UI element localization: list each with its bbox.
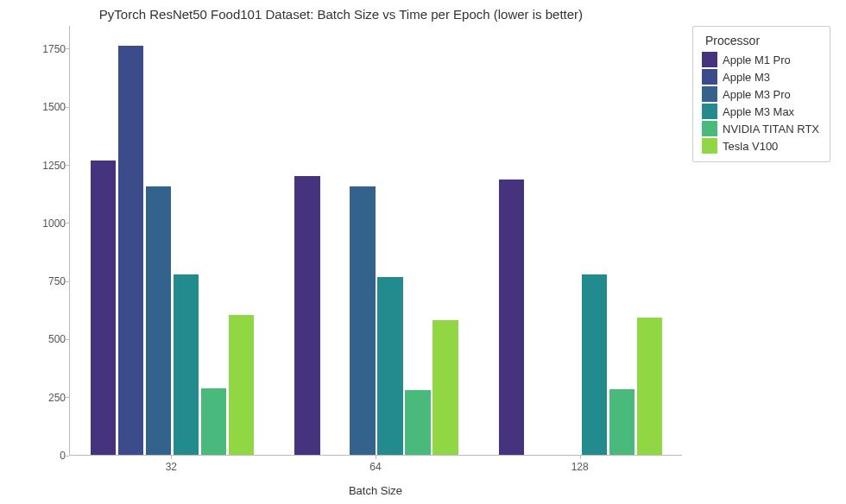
y-tick-label: 250 (35, 392, 66, 404)
x-tick-mark (376, 456, 376, 459)
legend-label: Apple M3 Pro (723, 88, 791, 101)
legend-swatch (702, 52, 717, 67)
y-tick-mark (66, 165, 69, 166)
bar (432, 320, 458, 455)
plot-area (69, 26, 682, 456)
legend-item: NVIDIA TITAN RTX (702, 120, 819, 137)
y-tick-mark (66, 281, 69, 282)
legend-item: Tesla V100 (702, 137, 819, 154)
bar (350, 186, 375, 455)
y-tick-label: 1750 (35, 43, 66, 55)
legend-title: Processor (702, 34, 819, 47)
bar (118, 46, 143, 455)
legend-label: Apple M3 Max (723, 105, 794, 118)
bar (499, 180, 524, 455)
bar (377, 277, 402, 455)
y-tick-label: 1000 (35, 217, 66, 230)
bar (637, 318, 662, 455)
legend-label: Apple M1 Pro (723, 54, 791, 66)
x-tick-mark (171, 456, 172, 459)
x-tick-mark (580, 456, 581, 459)
y-tick-label: 0 (35, 450, 66, 462)
legend-swatch (702, 138, 717, 154)
y-tick-mark (66, 223, 69, 224)
legend-swatch (702, 86, 717, 102)
bar (582, 274, 607, 455)
chart-title: PyTorch ResNet50 Food101 Dataset: Batch … (0, 7, 682, 22)
bar (91, 161, 116, 455)
y-tick-mark (66, 107, 69, 108)
legend: Processor Apple M1 ProApple M3Apple M3 P… (692, 26, 830, 162)
y-tick-mark (66, 339, 69, 340)
y-tick-mark (66, 397, 69, 398)
y-tick-label: 1250 (35, 160, 66, 172)
bar (294, 176, 319, 455)
legend-item: Apple M3 Pro (702, 85, 819, 103)
x-tick-label: 64 (369, 461, 381, 473)
chart-container: PyTorch ResNet50 Food101 Dataset: Batch … (0, 0, 846, 504)
bar (174, 274, 199, 455)
y-tick-mark (66, 456, 69, 457)
legend-item: Apple M1 Pro (702, 51, 819, 68)
y-tick-label: 500 (35, 333, 66, 345)
x-axis-label: Batch Size (69, 484, 682, 497)
bar (201, 388, 226, 455)
legend-swatch (702, 69, 717, 85)
y-tick-label: 750 (35, 275, 66, 287)
legend-label: NVIDIA TITAN RTX (723, 123, 819, 135)
x-tick-label: 128 (571, 461, 589, 473)
bar (146, 186, 171, 455)
legend-items: Apple M1 ProApple M3Apple M3 ProApple M3… (702, 51, 819, 154)
legend-label: Apple M3 (723, 71, 770, 84)
bar (609, 389, 634, 455)
bar (405, 390, 430, 455)
legend-label: Tesla V100 (723, 140, 778, 153)
legend-swatch (702, 121, 717, 136)
legend-swatch (702, 104, 717, 119)
y-tick-mark (66, 48, 69, 49)
legend-item: Apple M3 (702, 68, 819, 85)
bar (229, 315, 254, 455)
x-tick-label: 32 (166, 461, 177, 473)
legend-item: Apple M3 Max (702, 103, 819, 120)
y-tick-label: 1500 (35, 101, 66, 113)
